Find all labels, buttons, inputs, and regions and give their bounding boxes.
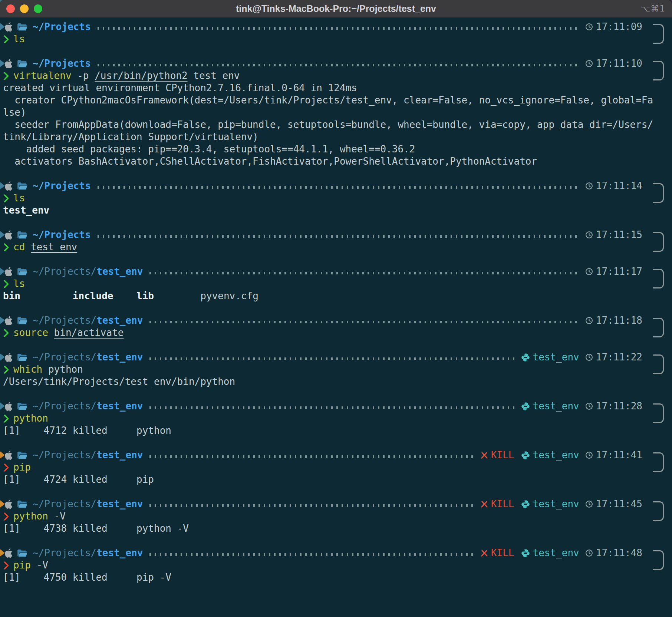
command-line: which python xyxy=(3,363,672,376)
current-path: ~/Projects xyxy=(33,57,91,70)
blank-line xyxy=(3,437,672,449)
text-segment: bin/activate xyxy=(54,327,124,339)
close-button[interactable] xyxy=(6,4,15,13)
kill-status-badge: KILL xyxy=(491,547,514,559)
command-mark-icon xyxy=(0,549,5,557)
command-line: ls xyxy=(3,278,672,290)
current-path: ~/Projects/test_env xyxy=(33,314,143,327)
current-path: ~/Projects/test_env xyxy=(33,265,143,278)
prompt-chevron-icon xyxy=(4,414,9,423)
current-path: ~/Projects/test_env xyxy=(33,351,143,363)
command-mark-icon xyxy=(0,231,5,238)
command-line: pip xyxy=(3,461,672,474)
text-segment: /usr/bin/python2 xyxy=(95,70,187,82)
clock-icon xyxy=(585,268,593,275)
text-segment: added seed packages: pip==20.3.4, setupt… xyxy=(3,143,415,155)
apple-icon xyxy=(4,267,13,277)
text-segment: Projects xyxy=(44,229,90,240)
timestamp: 17:11:18 xyxy=(596,314,642,327)
prompt-chevron-icon xyxy=(4,243,9,252)
terminal-body[interactable]: ~/Projects17:11:09ls~/Projects17:11:10vi… xyxy=(0,18,672,596)
minimize-button[interactable] xyxy=(20,4,29,13)
text-segment: tink/Library/Application Support/virtual… xyxy=(3,131,258,142)
output-line: created virtual environment CPython2.7.1… xyxy=(3,82,672,94)
output-line: activators BashActivator,CShellActivator… xyxy=(3,155,672,168)
apple-icon xyxy=(4,59,13,69)
text-segment: cd xyxy=(13,241,25,253)
blank-line xyxy=(3,486,672,498)
current-path: ~/Projects/test_env xyxy=(33,449,143,461)
timestamp: 17:11:48 xyxy=(596,547,642,559)
clock-icon xyxy=(585,451,593,459)
command-line: cd test_env xyxy=(3,241,672,253)
prompt-header: ~/Projects/test_envKILLtest_env17:11:41 xyxy=(3,449,672,461)
clock-icon xyxy=(585,60,593,67)
kill-cross-icon xyxy=(481,501,488,508)
timestamp: 17:11:10 xyxy=(596,57,642,70)
separator-dots xyxy=(149,504,474,507)
window-shortcut: ⌥⌘1 xyxy=(640,4,665,13)
text-segment: test_env xyxy=(96,498,143,509)
clock-icon xyxy=(585,549,593,557)
zoom-button[interactable] xyxy=(34,4,42,13)
text-segment: [1] 4724 killed pip xyxy=(3,474,154,485)
output-line: lse) xyxy=(3,106,672,119)
title-bar[interactable]: tink@Tinks-MacBook-Pro:~/Projects/test_e… xyxy=(0,0,672,18)
timestamp: 17:11:41 xyxy=(596,449,642,461)
text-segment: test_env xyxy=(31,241,77,253)
clock-icon xyxy=(585,353,593,361)
terminal-window: tink@Tinks-MacBook-Pro:~/Projects/test_e… xyxy=(0,0,672,617)
folder-icon xyxy=(17,267,27,276)
current-path: ~/Projects xyxy=(33,229,91,241)
prompt-chevron-icon xyxy=(4,329,9,337)
command-mark-icon xyxy=(0,182,5,189)
current-path: ~/Projects/test_env xyxy=(33,400,143,412)
apple-icon xyxy=(4,181,13,191)
separator-dots xyxy=(98,27,579,30)
text-segment: test_env xyxy=(96,315,143,326)
blank-line xyxy=(3,45,672,57)
blank-line xyxy=(3,535,672,547)
apple-icon xyxy=(4,22,13,32)
folder-icon xyxy=(17,549,27,558)
text-segment: test_env xyxy=(3,205,49,216)
python-icon xyxy=(521,353,530,362)
separator-dots xyxy=(149,321,579,323)
timestamp: 17:11:09 xyxy=(596,21,642,33)
text-segment: -V xyxy=(31,559,48,571)
current-path: ~/Projects/test_env xyxy=(33,498,143,510)
apple-icon xyxy=(4,230,13,240)
text-segment: [1] 4738 killed python -V xyxy=(3,523,189,534)
prompt-header: ~/Projects17:11:15 xyxy=(3,229,672,241)
prompt-header: ~/Projects/test_envtest_env17:11:22 xyxy=(3,351,672,363)
text-segment: ~/Projects/ xyxy=(33,266,96,277)
output-line: [1] 4738 killed python -V xyxy=(3,522,672,535)
prompt-chevron-icon xyxy=(4,463,9,472)
kill-status-badge: KILL xyxy=(491,498,514,510)
prompt-chevron-icon xyxy=(4,72,9,80)
python-icon xyxy=(521,549,530,558)
kill-cross-icon xyxy=(481,452,488,459)
apple-icon xyxy=(4,401,13,411)
text-segment: Projects xyxy=(44,180,90,191)
blank-line xyxy=(3,339,672,351)
text-segment: Projects xyxy=(44,58,90,69)
blank-line xyxy=(3,253,672,265)
folder-icon xyxy=(17,23,27,32)
text-segment: ~/ xyxy=(33,21,44,32)
prompt-header: ~/Projects17:11:14 xyxy=(3,180,672,192)
separator-dots xyxy=(149,357,515,360)
separator-dots xyxy=(149,272,579,274)
text-segment: test_env xyxy=(96,449,143,461)
traffic-lights xyxy=(6,4,42,13)
text-segment: ~/ xyxy=(33,229,44,240)
command-line: pip -V xyxy=(3,559,672,571)
text-segment: test_env xyxy=(96,352,143,363)
text-segment: -p xyxy=(72,70,95,82)
folder-icon xyxy=(17,500,27,509)
clock-icon xyxy=(585,23,593,31)
clock-icon xyxy=(585,231,593,239)
separator-dots xyxy=(98,64,579,66)
folder-icon xyxy=(17,316,27,325)
timestamp: 17:11:45 xyxy=(596,498,642,510)
